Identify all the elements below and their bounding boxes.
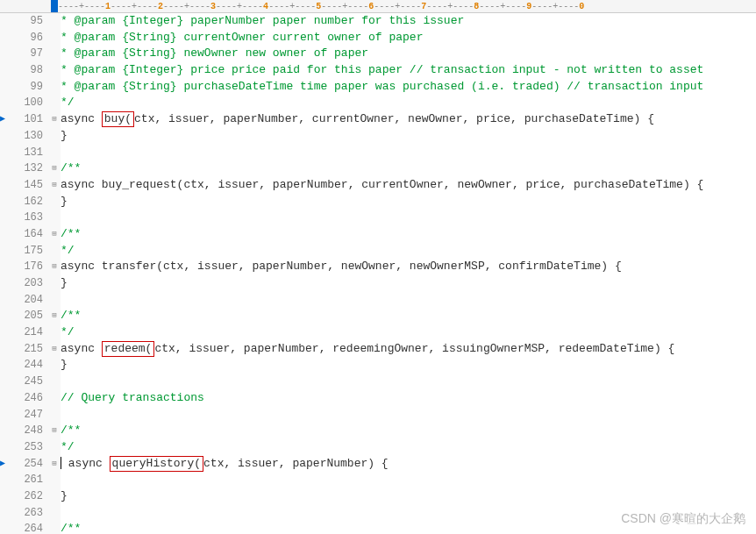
line-marker xyxy=(0,226,9,243)
fold-toggle xyxy=(48,390,61,407)
code-line[interactable]: * @param {String} currentOwner current o… xyxy=(61,30,756,46)
line-number: 132 xyxy=(9,160,43,177)
fold-toggle xyxy=(48,374,61,390)
line-number: 203 xyxy=(9,275,43,292)
fold-toggle xyxy=(48,407,61,424)
line-number: 95 xyxy=(9,13,43,30)
highlight-box: buy( xyxy=(102,111,134,127)
line-number: 97 xyxy=(9,46,43,62)
code-line[interactable]: // Query transactions xyxy=(61,390,756,407)
line-marker xyxy=(0,439,9,456)
line-number: 100 xyxy=(9,95,43,111)
code-line[interactable]: } xyxy=(61,357,756,374)
code-line[interactable]: } xyxy=(61,128,756,145)
code-line[interactable]: /** xyxy=(61,226,756,243)
code-line[interactable]: /** xyxy=(61,160,756,177)
line-marker: ▶ xyxy=(0,456,9,473)
fold-toggle[interactable]: ⊞ xyxy=(48,423,61,439)
code-line[interactable]: async transfer(ctx, issuer, paperNumber,… xyxy=(61,259,756,275)
fold-toggle xyxy=(48,46,61,62)
line-number: 162 xyxy=(9,194,43,210)
code-content[interactable]: * @param {Integer} paperNumber paper num… xyxy=(61,13,756,534)
code-line[interactable]: * @param {String} purchaseDateTime time … xyxy=(61,79,756,96)
fold-toggle xyxy=(48,439,61,456)
code-line[interactable]: async queryHistory(ctx, issuer, paperNum… xyxy=(61,456,756,473)
line-marker xyxy=(0,521,9,534)
line-number: 131 xyxy=(9,145,43,161)
line-number: 253 xyxy=(9,439,43,456)
code-line[interactable]: /** xyxy=(61,423,756,439)
code-line[interactable] xyxy=(61,145,756,161)
line-marker xyxy=(0,30,9,46)
line-marker xyxy=(0,341,9,358)
fold-toggle[interactable]: ⊞ xyxy=(48,160,61,177)
code-line[interactable]: * @param {Integer} paperNumber paper num… xyxy=(61,13,756,30)
code-line[interactable]: /** xyxy=(61,308,756,324)
line-number: 130 xyxy=(9,128,43,145)
line-marker xyxy=(0,95,9,111)
fold-toggle xyxy=(48,275,61,292)
code-line[interactable] xyxy=(61,292,756,309)
line-number: 98 xyxy=(9,62,43,79)
code-line[interactable]: async buy(ctx, issuer, paperNumber, curr… xyxy=(61,111,756,128)
line-marker xyxy=(0,505,9,522)
code-line[interactable]: } xyxy=(61,194,756,210)
line-number: 96 xyxy=(9,30,43,46)
line-number: 99 xyxy=(9,79,43,96)
code-line[interactable]: */ xyxy=(61,439,756,456)
line-number: 204 xyxy=(9,292,43,309)
code-line[interactable]: */ xyxy=(61,95,756,111)
fold-toggle xyxy=(48,62,61,79)
code-line[interactable] xyxy=(61,505,756,522)
code-line[interactable] xyxy=(61,210,756,226)
line-number: 262 xyxy=(9,488,43,505)
line-marker: ▶ xyxy=(0,111,9,128)
fold-toggle xyxy=(48,488,61,505)
code-line[interactable]: * @param {Integer} price price paid for … xyxy=(61,62,756,79)
line-number: 248 xyxy=(9,423,43,439)
marker-column: ▶▶ xyxy=(0,13,9,534)
fold-toggle[interactable]: ⊞ xyxy=(48,259,61,275)
code-line[interactable] xyxy=(61,374,756,390)
line-number: 245 xyxy=(9,374,43,390)
line-marker xyxy=(0,259,9,275)
code-line[interactable]: */ xyxy=(61,243,756,260)
line-number-gutter[interactable]: 9596979899100101130131132145162163164175… xyxy=(9,13,48,534)
line-marker xyxy=(0,308,9,324)
line-number: 145 xyxy=(9,177,43,194)
code-line[interactable]: /** xyxy=(61,521,756,534)
line-marker xyxy=(0,145,9,161)
code-line[interactable]: async redeem(ctx, issuer, paperNumber, r… xyxy=(61,341,756,358)
fold-toggle xyxy=(48,30,61,46)
line-marker xyxy=(0,177,9,194)
fold-toggle xyxy=(48,472,61,488)
fold-toggle[interactable]: ⊞ xyxy=(48,308,61,324)
fold-toggle[interactable]: ⊞ xyxy=(48,341,61,358)
fold-toggle xyxy=(48,95,61,111)
line-number: 244 xyxy=(9,357,43,374)
code-line[interactable]: * @param {String} newOwner new owner of … xyxy=(61,46,756,62)
fold-column[interactable]: ⊞⊞⊞⊞⊞⊞⊞⊞⊞ xyxy=(48,13,61,534)
line-marker xyxy=(0,13,9,30)
fold-toggle[interactable]: ⊞ xyxy=(48,226,61,243)
fold-toggle xyxy=(48,505,61,522)
fold-toggle[interactable]: ⊞ xyxy=(48,177,61,194)
code-line[interactable] xyxy=(61,472,756,488)
code-line[interactable] xyxy=(61,407,756,424)
fold-toggle[interactable]: ⊞ xyxy=(48,111,61,128)
code-line[interactable]: } xyxy=(61,488,756,505)
code-line[interactable]: } xyxy=(61,275,756,292)
fold-toggle[interactable]: ⊞ xyxy=(48,456,61,473)
code-line[interactable]: async buy_request(ctx, issuer, paperNumb… xyxy=(61,177,756,194)
fold-toggle xyxy=(48,357,61,374)
line-marker xyxy=(0,407,9,424)
line-marker xyxy=(0,210,9,226)
line-number: 263 xyxy=(9,505,43,522)
line-marker xyxy=(0,194,9,210)
code-line[interactable]: */ xyxy=(61,324,756,341)
fold-toggle xyxy=(48,210,61,226)
line-number: 214 xyxy=(9,324,43,341)
highlight-box: queryHistory( xyxy=(110,456,203,472)
line-number: 264 xyxy=(9,521,43,534)
line-marker xyxy=(0,374,9,390)
